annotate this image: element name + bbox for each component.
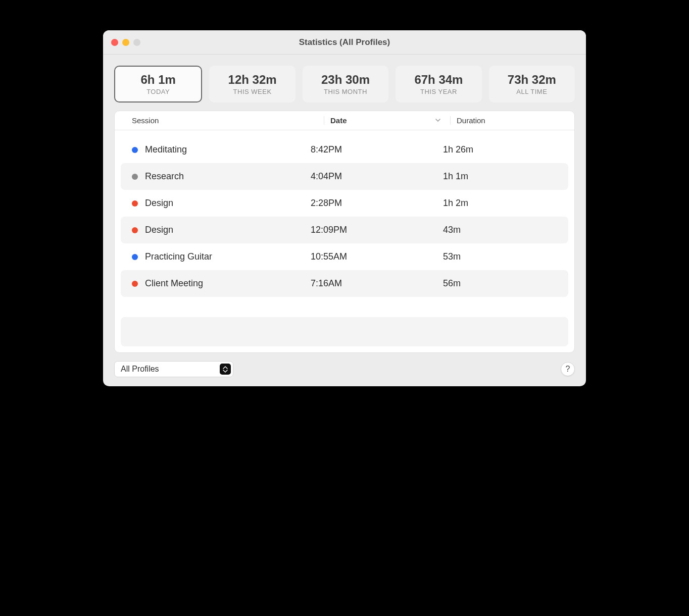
session-cell: Research <box>132 171 311 182</box>
column-session[interactable]: Session <box>132 116 324 125</box>
column-label: Date <box>330 116 347 125</box>
table-row[interactable]: Practicing Guitar 10:55AM 53m <box>121 243 568 270</box>
titlebar: Statistics (All Profiles) <box>103 30 586 55</box>
summary-label: THIS MONTH <box>303 88 388 95</box>
date-cell: 7:16AM <box>311 278 443 289</box>
summary-value: 23h 30m <box>303 73 388 87</box>
session-name: Meditating <box>145 144 187 155</box>
session-cell: Practicing Guitar <box>132 251 311 262</box>
date-cell: 2:28PM <box>311 198 443 209</box>
column-label: Session <box>132 116 159 125</box>
session-cell: Meditating <box>132 144 311 155</box>
sessions-table: Session Date Duration Meditating <box>114 111 575 353</box>
date-cell: 12:09PM <box>311 225 443 235</box>
table-header: Session Date Duration <box>115 111 574 130</box>
date-cell: 10:55AM <box>311 251 443 262</box>
updown-icon <box>220 364 231 375</box>
summary-all-time[interactable]: 73h 32m ALL TIME <box>489 66 575 102</box>
table-row[interactable]: Client Meeting 7:16AM 56m <box>121 270 568 297</box>
summary-label: TODAY <box>115 88 201 95</box>
summary-value: 6h 1m <box>115 73 201 87</box>
duration-cell: 1h 26m <box>443 144 557 155</box>
summary-value: 12h 32m <box>209 73 295 87</box>
chevron-down-icon <box>435 116 441 125</box>
column-label: Duration <box>457 116 485 125</box>
color-dot-icon <box>132 281 138 287</box>
table-row[interactable]: Design 2:28PM 1h 2m <box>121 190 568 217</box>
table-row[interactable]: Meditating 8:42PM 1h 26m <box>121 136 568 163</box>
summary-this-month[interactable]: 23h 30m THIS MONTH <box>303 66 388 102</box>
color-dot-icon <box>132 200 138 207</box>
summary-value: 67h 34m <box>396 73 481 87</box>
minimize-button[interactable] <box>122 39 129 46</box>
session-name: Research <box>145 171 184 182</box>
column-duration[interactable]: Duration <box>450 116 574 125</box>
column-date[interactable]: Date <box>324 116 450 125</box>
summary-this-week[interactable]: 12h 32m THIS WEEK <box>209 66 295 102</box>
session-name: Client Meeting <box>145 278 203 289</box>
empty-row-area <box>121 317 568 346</box>
session-name: Design <box>145 198 173 209</box>
session-name: Design <box>145 225 173 235</box>
session-cell: Client Meeting <box>132 278 311 289</box>
summary-label: THIS WEEK <box>209 88 295 95</box>
color-dot-icon <box>132 227 138 233</box>
summary-label: THIS YEAR <box>396 88 481 95</box>
window-title: Statistics (All Profiles) <box>103 37 586 47</box>
session-cell: Design <box>132 198 311 209</box>
table-row[interactable]: Research 4:04PM 1h 1m <box>121 163 568 190</box>
close-button[interactable] <box>111 39 118 46</box>
session-cell: Design <box>132 225 311 235</box>
color-dot-icon <box>132 254 138 260</box>
help-icon: ? <box>566 365 570 374</box>
profile-select-label: All Profiles <box>121 365 159 374</box>
duration-cell: 56m <box>443 278 557 289</box>
summary-value: 73h 32m <box>489 73 575 87</box>
profile-select[interactable]: All Profiles <box>114 361 233 377</box>
color-dot-icon <box>132 147 138 153</box>
summary-row: 6h 1m TODAY 12h 32m THIS WEEK 23h 30m TH… <box>114 66 575 102</box>
color-dot-icon <box>132 174 138 180</box>
traffic-lights <box>111 39 140 46</box>
table-row[interactable]: Design 12:09PM 43m <box>121 217 568 243</box>
summary-label: ALL TIME <box>489 88 575 95</box>
content-area: 6h 1m TODAY 12h 32m THIS WEEK 23h 30m TH… <box>103 55 586 361</box>
help-button[interactable]: ? <box>561 362 575 376</box>
duration-cell: 1h 1m <box>443 171 557 182</box>
summary-this-year[interactable]: 67h 34m THIS YEAR <box>396 66 481 102</box>
duration-cell: 1h 2m <box>443 198 557 209</box>
duration-cell: 43m <box>443 225 557 235</box>
date-cell: 8:42PM <box>311 144 443 155</box>
date-cell: 4:04PM <box>311 171 443 182</box>
duration-cell: 53m <box>443 251 557 262</box>
maximize-button[interactable] <box>133 39 140 46</box>
session-name: Practicing Guitar <box>145 251 212 262</box>
table-body: Meditating 8:42PM 1h 26m Research 4:04PM… <box>115 130 574 352</box>
footer: All Profiles ? <box>103 361 586 386</box>
summary-today[interactable]: 6h 1m TODAY <box>114 66 202 102</box>
statistics-window: Statistics (All Profiles) 6h 1m TODAY 12… <box>103 30 586 386</box>
